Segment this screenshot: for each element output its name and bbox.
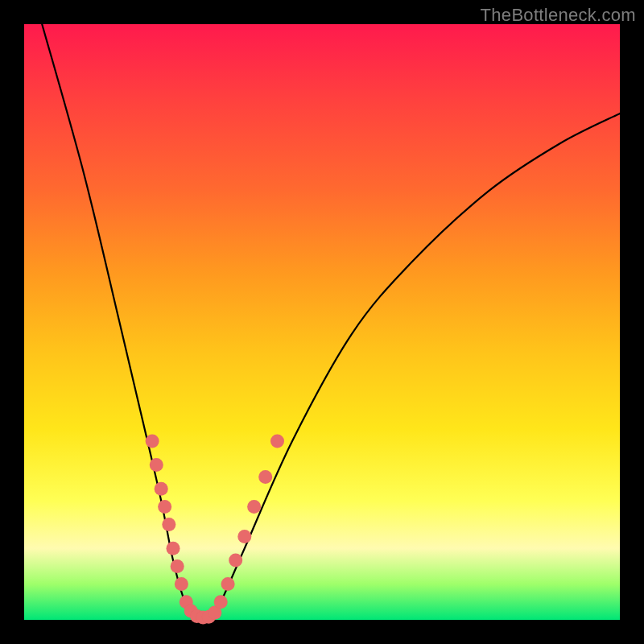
plot-area [24, 24, 620, 620]
sample-dot [171, 559, 184, 573]
sample-dot [155, 482, 168, 496]
sample-dot [270, 435, 284, 448]
sample-dot [146, 435, 159, 448]
curve-layer [24, 24, 620, 620]
sample-dot [237, 530, 251, 543]
sample-dot [258, 470, 272, 484]
chart-stage: TheBottleneck.com [0, 0, 644, 644]
sample-dots [146, 435, 284, 625]
sample-dot [150, 458, 163, 472]
sample-dot [214, 595, 228, 609]
sample-dot [229, 554, 242, 568]
sample-dot [175, 577, 188, 591]
watermark-text: TheBottleneck.com [481, 5, 636, 26]
sample-dot [158, 500, 171, 514]
sample-dot [247, 500, 261, 514]
sample-dot [221, 577, 235, 591]
bottleneck-curve [42, 24, 620, 622]
sample-dot [162, 518, 175, 531]
sample-dot [167, 542, 180, 555]
